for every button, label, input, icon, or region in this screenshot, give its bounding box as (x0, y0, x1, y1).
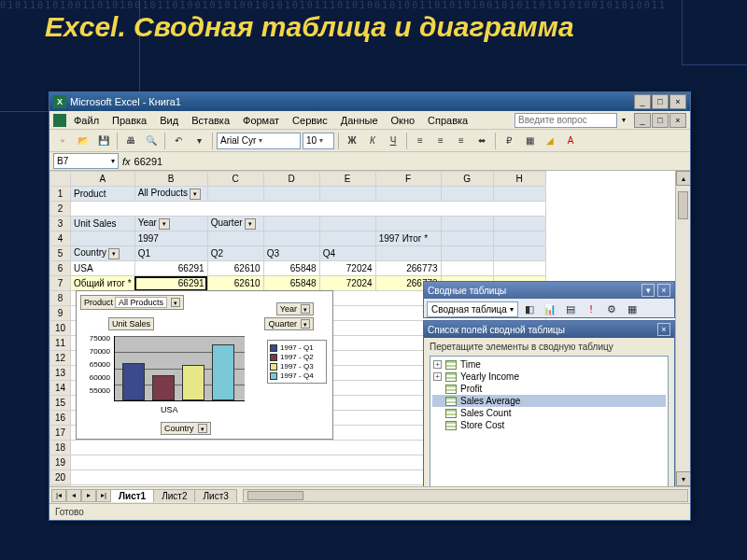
row-header[interactable]: 19 (50, 455, 71, 470)
scroll-thumb[interactable] (678, 191, 688, 219)
col-header[interactable]: B (134, 172, 207, 187)
row-header[interactable]: 6 (50, 261, 71, 276)
font-size-combo[interactable]: 10 ▾ (303, 133, 334, 149)
worksheet-grid[interactable]: A B C D E F G H 1 Product All Products▾ … (49, 171, 690, 486)
field-list-box[interactable]: + Time + Yearly Income Profit Sales Aver… (430, 356, 669, 486)
active-cell[interactable]: 66291 (134, 276, 207, 291)
col-header[interactable]: D (263, 172, 319, 187)
pivot-fieldlist-icon[interactable]: ▦ (623, 300, 641, 318)
currency-button[interactable]: ₽ (500, 132, 518, 150)
expand-icon[interactable]: + (433, 372, 442, 381)
tab-nav-last[interactable]: ▸| (96, 489, 111, 502)
tab-nav-next[interactable]: ▸ (81, 489, 96, 502)
row-header[interactable]: 13 (50, 366, 71, 381)
pivot-hide-icon[interactable]: ▤ (561, 300, 580, 318)
chart-row-field[interactable]: Country▾ (161, 422, 211, 435)
save-icon[interactable]: 💾 (94, 132, 113, 150)
pivot-wizard-icon[interactable]: ◧ (520, 300, 539, 318)
data-cell[interactable]: 62610 (207, 261, 263, 276)
font-color-button[interactable]: A (561, 132, 580, 150)
close-icon[interactable]: × (657, 323, 670, 336)
field-item[interactable]: + Time (432, 358, 666, 371)
row-header[interactable]: 1 (50, 187, 71, 202)
field-item[interactable]: + Yearly Income (432, 371, 666, 383)
row-header[interactable]: 2 (50, 202, 71, 217)
name-box[interactable]: B7 ▾ (53, 153, 119, 169)
print-icon[interactable]: 🖶 (121, 132, 140, 150)
pivot-toolbar[interactable]: Сводные таблицы ▾ × Сводная таблица▾ ◧ 📊… (423, 281, 675, 318)
select-all-corner[interactable] (50, 172, 71, 187)
row-header[interactable]: 5 (50, 246, 71, 261)
pivot-row-country[interactable]: Country▾ (71, 246, 135, 261)
more-icon[interactable]: ▾ (190, 132, 208, 150)
menu-window[interactable]: Окно (386, 113, 421, 128)
col-header[interactable]: H (493, 172, 545, 187)
data-cell[interactable]: 66291 (134, 261, 207, 276)
field-item[interactable]: Profit (432, 383, 666, 395)
close-icon[interactable]: × (657, 284, 670, 297)
workbook-close-button[interactable]: × (669, 113, 686, 128)
chart-year-field[interactable]: Year▾ (276, 302, 314, 315)
row-header[interactable]: 21 (50, 485, 71, 487)
row-header[interactable]: 10 (50, 321, 71, 336)
borders-button[interactable]: ▦ (520, 132, 539, 150)
pivot-settings-icon[interactable]: ⚙ (602, 300, 621, 318)
data-cell[interactable]: 65848 (263, 276, 319, 291)
menu-help[interactable]: Справка (422, 113, 473, 128)
menu-format[interactable]: Формат (237, 113, 285, 128)
col-header[interactable]: F (375, 172, 441, 187)
field-item-selected[interactable]: Sales Average (432, 395, 666, 407)
data-cell[interactable]: 65848 (263, 261, 319, 276)
sheet-tab-active[interactable]: Лист1 (110, 489, 154, 502)
row-header[interactable]: 12 (50, 351, 71, 366)
row-header[interactable]: 18 (50, 441, 71, 455)
dropdown-icon[interactable]: ▾ (245, 218, 256, 230)
tab-nav-prev[interactable]: ◂ (66, 489, 81, 502)
tab-nav-first[interactable]: |◂ (51, 489, 66, 502)
pivot-menu-combo[interactable]: Сводная таблица▾ (427, 301, 518, 317)
row-header[interactable]: 7 (50, 276, 71, 291)
italic-button[interactable]: К (363, 132, 382, 150)
ask-question-input[interactable] (514, 113, 617, 128)
data-cell[interactable]: 72024 (319, 261, 375, 276)
scroll-down-icon[interactable]: ▾ (676, 471, 690, 486)
undo-icon[interactable]: ↶ (169, 132, 188, 150)
window-close-button[interactable]: × (669, 94, 686, 109)
row-header[interactable]: 9 (50, 306, 71, 321)
pivot-page-value[interactable]: All Products▾ (134, 187, 207, 202)
chart-value-field[interactable]: Unit Sales (108, 317, 154, 330)
row-header[interactable]: 14 (50, 381, 71, 396)
row-header[interactable]: 20 (50, 470, 71, 485)
data-cell[interactable]: 72024 (319, 276, 375, 291)
window-titlebar[interactable]: X Microsoft Excel - Книга1 _ □ × (49, 92, 690, 111)
fx-icon[interactable]: fx (122, 156, 131, 167)
dropdown-icon[interactable]: ▾ (301, 304, 310, 314)
chart-page-field[interactable]: Product All Products ▾ (80, 295, 184, 310)
row-header[interactable]: 16 (50, 411, 71, 426)
fill-color-button[interactable]: ◢ (541, 132, 559, 150)
col-header[interactable]: C (207, 172, 263, 187)
ask-dropdown-icon[interactable]: ▾ (619, 116, 628, 124)
merge-button[interactable]: ⬌ (472, 132, 491, 150)
sheet-tab[interactable]: Лист3 (194, 489, 236, 502)
underline-button[interactable]: Ч (384, 132, 402, 150)
col-header[interactable]: G (441, 172, 493, 187)
pivot-chart-icon[interactable]: 📊 (541, 300, 559, 318)
col-header[interactable]: A (71, 172, 135, 187)
data-cell[interactable]: 266773 (375, 261, 441, 276)
workbook-minimize-button[interactable]: _ (634, 113, 651, 128)
row-header[interactable]: 8 (50, 291, 71, 306)
menu-file[interactable]: Файл (68, 113, 105, 128)
field-item[interactable]: Store Cost (432, 419, 666, 431)
workbook-restore-button[interactable]: □ (652, 113, 669, 128)
chevron-down-icon[interactable]: ▾ (641, 284, 655, 297)
data-cell[interactable]: 62610 (207, 276, 263, 291)
row-header[interactable]: 4 (50, 231, 71, 246)
menu-data[interactable]: Данные (335, 113, 384, 128)
scroll-up-icon[interactable]: ▴ (676, 171, 690, 186)
chart-quarter-field[interactable]: Quarter▾ (264, 317, 314, 330)
col-header[interactable]: E (319, 172, 375, 187)
bold-button[interactable]: Ж (343, 132, 361, 150)
horizontal-scrollbar[interactable] (243, 489, 688, 502)
menu-insert[interactable]: Вставка (186, 113, 235, 128)
